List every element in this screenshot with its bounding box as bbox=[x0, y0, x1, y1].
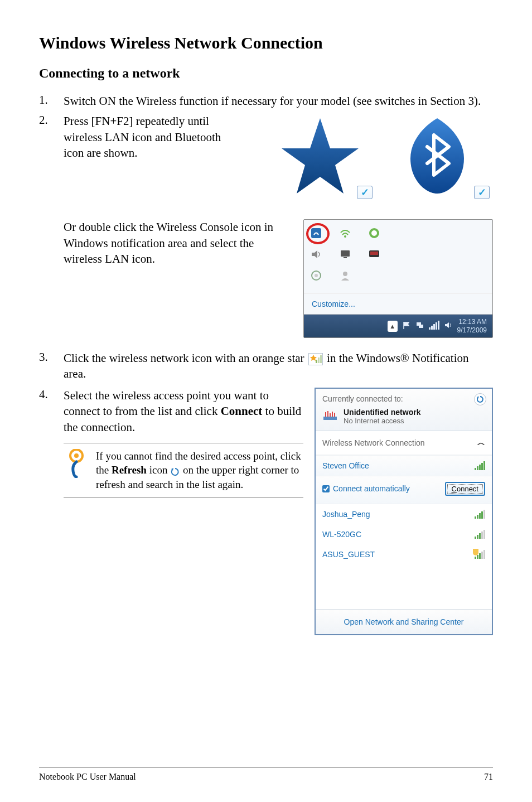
svg-rect-18 bbox=[320, 355, 322, 363]
step-3-number: 3. bbox=[39, 350, 52, 364]
current-network-name: Unidentified network bbox=[344, 408, 420, 417]
show-hidden-icons-button[interactable]: ▲ bbox=[388, 321, 398, 332]
signal-icon bbox=[475, 530, 485, 539]
volume-taskbar-icon[interactable] bbox=[444, 321, 453, 331]
monitor-tray-icon[interactable] bbox=[338, 248, 352, 261]
svg-rect-17 bbox=[318, 357, 320, 363]
signal-secured-icon bbox=[475, 550, 485, 559]
wifi-section-label: Wireless Network Connection bbox=[322, 438, 425, 447]
svg-rect-14 bbox=[419, 325, 423, 328]
step-1-number: 1. bbox=[39, 93, 52, 107]
svg-marker-5 bbox=[312, 250, 317, 258]
svg-point-12 bbox=[343, 272, 347, 276]
connect-button-rest: onnect bbox=[457, 485, 478, 493]
svg-marker-0 bbox=[282, 118, 359, 194]
connect-auto-checkbox[interactable]: Connect automatically bbox=[322, 484, 410, 493]
step-2-text: Press [FN+F2] repeatedly until wireless … bbox=[64, 113, 231, 161]
svg-marker-15 bbox=[445, 322, 449, 328]
tip-text: If you cannot find the desired access po… bbox=[96, 449, 301, 492]
power-tray-icon[interactable] bbox=[367, 226, 381, 240]
tip-box: If you cannot find the desired access po… bbox=[64, 443, 303, 498]
step-3-pre: Click the wireless network icon with an … bbox=[64, 351, 304, 365]
tip-icon bbox=[66, 449, 87, 480]
notification-tray-popup: Customize... ▲ 12:13 AM 9/17/2009 bbox=[303, 219, 493, 338]
orange-star-network-icon bbox=[308, 353, 323, 365]
wifi-item-1-label: Joshua_Peng bbox=[322, 510, 370, 519]
connected-to-label: Currently connected to: bbox=[322, 394, 485, 403]
wireless-icons-row: ✓ ✓ bbox=[270, 113, 487, 197]
bluetooth-check-icon: ✓ bbox=[474, 186, 490, 199]
bluetooth-icon: ✓ bbox=[387, 113, 487, 197]
connect-button-key: C bbox=[452, 485, 457, 493]
network-tray-icon[interactable] bbox=[415, 321, 424, 331]
wifi-section-header[interactable]: Wireless Network Connection ︿ bbox=[316, 431, 492, 455]
signal-icon bbox=[475, 510, 485, 519]
step-4-bold: Connect bbox=[221, 404, 263, 418]
power4gear-tray-icon[interactable] bbox=[309, 269, 323, 282]
signal-icon bbox=[475, 461, 485, 470]
step-4-number: 4. bbox=[39, 388, 52, 402]
open-network-center-link[interactable]: Open Network and Sharing Center bbox=[316, 609, 492, 634]
svg-point-21 bbox=[74, 453, 79, 458]
connect-auto-input[interactable] bbox=[322, 485, 330, 492]
taskbar-date: 9/17/2009 bbox=[457, 326, 487, 334]
step-1-text: Switch ON the Wireless function if neces… bbox=[64, 93, 493, 109]
wifi-item-0-label: Steven Office bbox=[322, 461, 369, 470]
wifi-header: Currently connected to: Unidentified net… bbox=[316, 389, 492, 431]
step-4-text: Select the wireless access point you wan… bbox=[64, 388, 303, 435]
signal-tray-icon[interactable] bbox=[429, 321, 439, 331]
step-1: 1. Switch ON the Wireless function if ne… bbox=[39, 93, 493, 109]
taskbar: ▲ 12:13 AM 9/17/2009 bbox=[304, 315, 492, 337]
step-2b-text: Or double click the Wireless Console ico… bbox=[39, 219, 292, 267]
connect-button[interactable]: Connect bbox=[445, 482, 485, 496]
touchpad-tray-icon[interactable] bbox=[367, 248, 381, 261]
svg-rect-16 bbox=[316, 360, 317, 363]
network-adapter-icon bbox=[322, 409, 338, 424]
page-subtitle: Connecting to a network bbox=[39, 66, 493, 81]
wifi-item-0[interactable]: Steven Office bbox=[316, 455, 492, 476]
refresh-inline-icon bbox=[170, 466, 180, 476]
highlight-circle bbox=[306, 223, 330, 244]
refresh-button[interactable] bbox=[474, 393, 486, 405]
step-3-text: Click the wireless network icon with an … bbox=[64, 350, 493, 382]
wifi-tray-icon[interactable] bbox=[338, 226, 352, 240]
wifi-item-2[interactable]: WL-520GC bbox=[316, 524, 492, 544]
footer-left: Notebook PC User Manual bbox=[39, 772, 136, 782]
svg-rect-6 bbox=[341, 250, 350, 257]
step-2-number: 2. bbox=[39, 113, 52, 127]
svg-rect-24 bbox=[323, 417, 337, 420]
flag-tray-icon[interactable] bbox=[402, 321, 411, 331]
user-tray-icon[interactable] bbox=[338, 269, 352, 282]
chevron-up-icon: ︿ bbox=[477, 438, 485, 448]
tip-bold: Refresh bbox=[112, 464, 147, 476]
wlan-icon: ✓ bbox=[270, 113, 370, 197]
svg-rect-7 bbox=[344, 257, 347, 258]
page-footer: Notebook PC User Manual 71 bbox=[39, 767, 493, 782]
wifi-connect-row: Connect automatically Connect bbox=[316, 476, 492, 504]
wifi-item-1[interactable]: Joshua_Peng bbox=[316, 504, 492, 524]
connect-auto-label: Connect automatically bbox=[333, 484, 410, 493]
tip-mid: icon bbox=[147, 464, 167, 476]
svg-point-2 bbox=[344, 235, 346, 238]
current-network-status: No Internet access bbox=[344, 417, 420, 425]
taskbar-clock[interactable]: 12:13 AM 9/17/2009 bbox=[457, 318, 487, 334]
wifi-item-3-label: ASUS_GUEST bbox=[322, 550, 375, 559]
wifi-flyout: Currently connected to: Unidentified net… bbox=[315, 388, 493, 635]
svg-rect-9 bbox=[370, 252, 378, 255]
wifi-blank-area bbox=[316, 564, 492, 609]
page-title: Windows Wireless Network Connection bbox=[39, 33, 493, 52]
volume-tray-icon[interactable] bbox=[309, 248, 323, 261]
wlan-check-icon: ✓ bbox=[357, 186, 373, 199]
wifi-item-3[interactable]: ASUS_GUEST bbox=[316, 544, 492, 564]
svg-point-11 bbox=[315, 274, 318, 277]
customize-link[interactable]: Customize... bbox=[304, 293, 492, 315]
wifi-item-2-label: WL-520GC bbox=[322, 530, 361, 539]
taskbar-time: 12:13 AM bbox=[457, 318, 487, 326]
footer-page-number: 71 bbox=[484, 772, 493, 782]
svg-point-4 bbox=[371, 230, 377, 236]
